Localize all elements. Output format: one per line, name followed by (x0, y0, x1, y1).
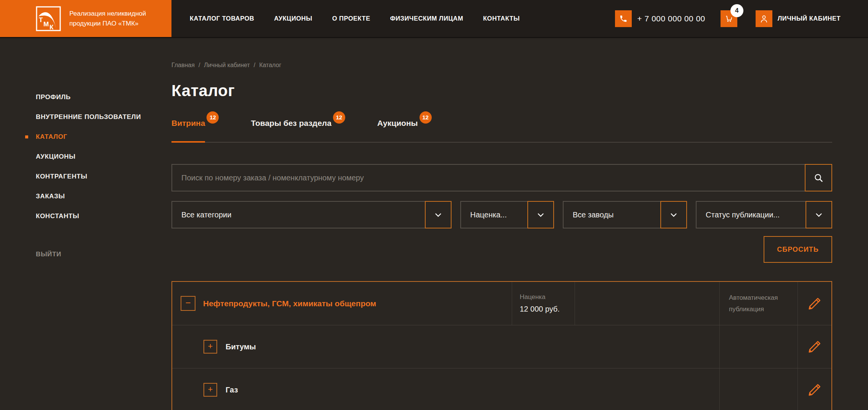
filter-value: Наценка... (470, 211, 507, 219)
breadcrumb-account[interactable]: Личный кабинет (204, 62, 250, 68)
pencil-icon (807, 296, 822, 311)
sidebar-item-internal-users[interactable]: ВНУТРЕННИЕ ПОЛЬЗОВАТЕЛИ (0, 107, 171, 127)
category-name-link[interactable]: Нефтепродукты, ГСМ, химикаты общепром (203, 299, 376, 308)
edit-subcategory-button[interactable] (807, 339, 822, 354)
sidebar-item-counterparties[interactable]: КОНТРАГЕНТЫ (0, 167, 171, 187)
search-input[interactable] (171, 164, 806, 191)
breadcrumb-separator: / (199, 62, 200, 68)
header-right: + 7 000 000 00 00 4 ЛИЧНЫЙ КАБИНЕТ (615, 0, 868, 37)
header: Т М К Реализация неликвидной продукции П… (0, 0, 868, 38)
edit-subcategory-button[interactable] (807, 383, 822, 397)
account-button[interactable] (756, 10, 772, 27)
phone-number: + 7 000 000 00 00 (637, 14, 705, 23)
nav-item-catalog[interactable]: КАТАЛОГ ТОВАРОВ (190, 15, 254, 22)
markup-value: 12 000 руб. (520, 305, 560, 314)
tab-count-badge: 12 (207, 111, 219, 124)
expand-button[interactable]: + (203, 383, 217, 397)
breadcrumb-current: Каталог (259, 62, 281, 68)
subcategory-name: Газ (226, 386, 238, 394)
search-icon (814, 173, 824, 183)
tab-label: Товары без раздела (251, 119, 331, 127)
filter-value: Статус публикации... (706, 211, 780, 219)
page-title: Каталог (171, 82, 832, 100)
pencil-icon (807, 383, 822, 397)
empty-cell (720, 368, 798, 410)
filter-factories[interactable]: Все заводы (563, 201, 687, 228)
filter-publication-status-toggle[interactable] (806, 201, 832, 228)
cart-count-badge: 4 (730, 4, 743, 17)
brand-tagline: Реализация неликвидной продукции ПАО «ТМ… (69, 9, 146, 29)
sidebar-item-auctions[interactable]: АУКЦИОНЫ (0, 147, 171, 167)
sidebar-item-catalog[interactable]: КАТАЛОГ (0, 127, 171, 147)
expand-button[interactable]: + (203, 340, 217, 354)
nav-item-individuals[interactable]: ФИЗИЧЕСКИМ ЛИЦАМ (390, 15, 463, 22)
table-row-subcategory: + Газ (172, 368, 831, 410)
nav-item-contacts[interactable]: КОНТАКТЫ (483, 15, 520, 22)
phone-icon (619, 14, 628, 23)
cart-wrap: 4 (721, 10, 737, 27)
sidebar-item-orders[interactable]: ЗАКАЗЫ (0, 187, 171, 206)
filter-factories-toggle[interactable] (660, 201, 687, 228)
filters-row: Все категории Наценка... Все заводы (171, 201, 832, 228)
search-row (171, 164, 832, 191)
edit-cell (798, 282, 831, 325)
sidebar: ПРОФИЛЬ ВНУТРЕННИЕ ПОЛЬЗОВАТЕЛИ КАТАЛОГ … (0, 38, 171, 410)
markup-cell: Наценка 12 000 руб. (512, 282, 575, 325)
main-nav: КАТАЛОГ ТОВАРОВ АУКЦИОНЫ О ПРОЕКТЕ ФИЗИЧ… (190, 0, 520, 37)
tab-count-badge: 12 (420, 111, 432, 124)
empty-cell (720, 325, 798, 368)
breadcrumb-home[interactable]: Главная (171, 62, 195, 68)
sidebar-item-constants[interactable]: КОНСТАНТЫ (0, 206, 171, 226)
tab-count-badge: 12 (333, 111, 345, 124)
subcategory-name-cell: + Газ (172, 368, 720, 410)
sidebar-logout[interactable]: ВЫЙТИ (0, 244, 171, 264)
content: Главная/Личный кабинет/Каталог Каталог В… (171, 38, 868, 410)
publication-cell: Автоматическая публикация (720, 282, 798, 325)
nav-item-auctions[interactable]: АУКЦИОНЫ (274, 15, 312, 22)
publication-label: Автоматическая публикация (729, 292, 788, 315)
collapse-button[interactable]: − (181, 296, 195, 311)
pencil-icon (807, 339, 822, 354)
filter-publication-status[interactable]: Статус публикации... (696, 201, 832, 228)
breadcrumb-separator: / (254, 62, 255, 68)
filter-markup-toggle[interactable] (527, 201, 554, 228)
tab-goods-without-section[interactable]: Товары без раздела 12 (251, 118, 331, 142)
category-name-cell: − Нефтепродукты, ГСМ, химикаты общепром (172, 282, 512, 325)
nav-item-about[interactable]: О ПРОЕКТЕ (332, 15, 370, 22)
tab-vitrina[interactable]: Витрина 12 (171, 118, 205, 142)
chevron-down-icon (537, 213, 544, 217)
filter-value: Все заводы (573, 211, 613, 219)
tab-label: Аукционы (377, 119, 418, 127)
reset-button[interactable]: СБРОСИТЬ (764, 236, 832, 263)
tmk-logo-icon: Т М К (36, 6, 61, 31)
filter-markup[interactable]: Наценка... (460, 201, 554, 228)
edit-cell (798, 325, 831, 368)
filter-categories[interactable]: Все категории (171, 201, 452, 228)
filter-value: Все категории (181, 211, 231, 219)
chevron-down-icon (670, 213, 677, 217)
chevron-down-icon (435, 213, 442, 217)
table-row-subcategory: + Битумы (172, 325, 831, 368)
edit-category-button[interactable] (807, 296, 822, 311)
svg-text:Т: Т (39, 16, 43, 24)
subcategory-name: Битумы (226, 342, 256, 351)
breadcrumb: Главная/Личный кабинет/Каталог (171, 62, 832, 69)
tab-auctions[interactable]: Аукционы 12 (377, 118, 418, 142)
phone-button[interactable] (615, 10, 632, 27)
reset-row: СБРОСИТЬ (171, 236, 832, 263)
tab-label: Витрина (171, 119, 205, 127)
edit-cell (798, 368, 831, 410)
account-label[interactable]: ЛИЧНЫЙ КАБИНЕТ (778, 15, 841, 22)
markup-label: Наценка (520, 293, 545, 301)
sidebar-item-profile[interactable]: ПРОФИЛЬ (0, 87, 171, 107)
logo-block[interactable]: Т М К Реализация неликвидной продукции П… (0, 0, 171, 37)
filter-categories-toggle[interactable] (425, 201, 452, 228)
svg-text:К: К (50, 24, 54, 31)
search-button[interactable] (805, 164, 832, 191)
user-icon (759, 14, 769, 23)
subcategory-name-cell: + Битумы (172, 325, 720, 368)
tabs: Витрина 12 Товары без раздела 12 Аукцион… (171, 118, 832, 143)
table-row-category: − Нефтепродукты, ГСМ, химикаты общепром … (172, 282, 831, 325)
chevron-down-icon (815, 213, 822, 217)
catalog-table: − Нефтепродукты, ГСМ, химикаты общепром … (171, 281, 832, 410)
